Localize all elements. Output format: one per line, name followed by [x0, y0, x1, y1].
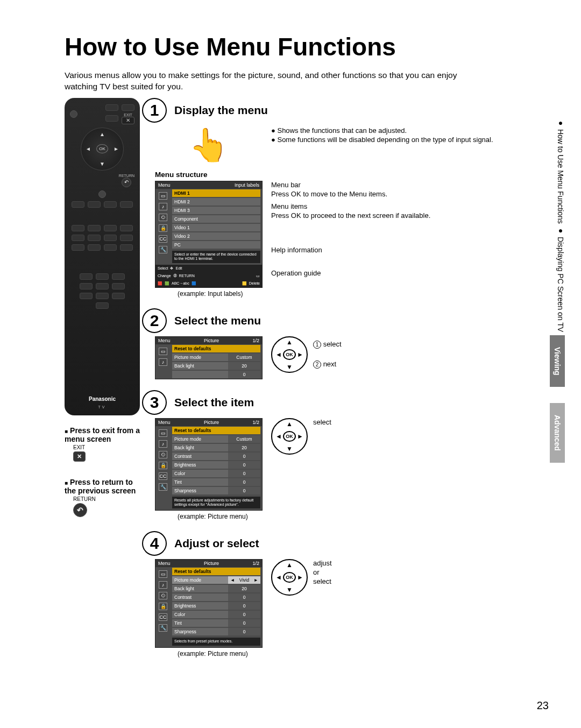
dpad: ▲▼◄► OK — [81, 128, 124, 171]
example-4: (example: Picture menu) — [178, 650, 263, 658]
return-label: RETURN — [119, 174, 134, 178]
step-2-title: Select the menu — [174, 314, 261, 327]
step-3-title: Select the item — [174, 396, 254, 409]
remote-control: EXIT✕ ▲▼◄► OK RETURN ↶ Panason — [65, 98, 140, 415]
dpad-step3: ▲▼◄►OK — [271, 418, 308, 455]
step-4-title: Adjust or select — [174, 537, 259, 550]
intro-text: Various menus allow you to make settings… — [65, 70, 473, 93]
dpad-step2: ▲▼◄►OK — [271, 336, 308, 373]
exit-label: EXIT — [124, 113, 132, 117]
note-1: Shows the functions that can be adjusted… — [271, 126, 493, 136]
step-number-1: 1 — [142, 98, 167, 123]
step-1: 1 Display the menu 👆 Shows the functions… — [155, 98, 549, 298]
note-2: Some functions will be disabled dependin… — [271, 135, 493, 145]
step-2: 2 Select the menu MenuPicture1/2 ▭♪ Rese… — [155, 308, 549, 379]
step-number-4: 4 — [142, 531, 167, 556]
page-title: How to Use Menu Functions — [65, 32, 549, 61]
step-3: 3 Select the item MenuPicture1/2 ▭♪⏲🔒CC🔧… — [155, 390, 549, 521]
picture-menu-4: MenuPicture1/2 ▭♪⏲🔒CC🔧 Reset to defaults… — [155, 559, 263, 647]
picture-menu-2: MenuPicture1/2 ▭♪ Reset to defaults Pict… — [155, 336, 263, 379]
example-1: (example: Input labels) — [178, 290, 263, 298]
page-number: 23 — [537, 699, 549, 712]
tab-advanced: Advanced — [550, 403, 565, 463]
tv-label: TV — [98, 405, 107, 409]
side-link-1: How to Use Menu Functions — [556, 118, 565, 224]
step-1-title: Display the menu — [174, 104, 268, 117]
dpad-step4: ▲▼◄►OK — [271, 559, 308, 596]
step-4: 4 Adjust or select MenuPicture1/2 ▭♪⏲🔒CC… — [155, 531, 549, 657]
ok-button: OK — [96, 144, 108, 153]
exit-instruction: ■Press to exit from a menu screen EXIT ✕ — [65, 426, 145, 462]
menu-structure-label: Menu structure — [155, 171, 549, 179]
picture-menu-3: MenuPicture1/2 ▭♪⏲🔒CC🔧 Reset to defaults… — [155, 418, 263, 511]
menu-structure-box: MenuInput labels ▭♪⏲🔒CC🔧 HDMI 1 HDMI 2 H… — [155, 181, 263, 288]
step-number-2: 2 — [142, 308, 167, 333]
side-tabs: How to Use Menu Functions Displaying PC … — [550, 118, 565, 463]
brand-label: Panasonic — [89, 396, 116, 402]
example-3: (example: Picture menu) — [178, 513, 263, 520]
return-instruction: ■Press to return to the previous screen … — [65, 478, 145, 517]
side-link-2: Displaying PC Screen on TV — [556, 226, 565, 332]
tab-viewing: Viewing — [550, 335, 565, 387]
step-number-3: 3 — [142, 390, 167, 415]
